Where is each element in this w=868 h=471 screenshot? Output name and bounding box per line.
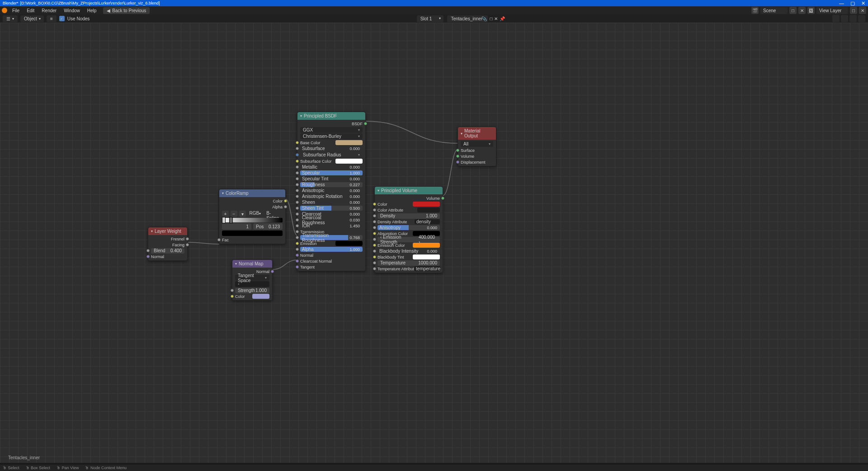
input-density[interactable]: Density1.000 (375, 213, 443, 219)
input-strength[interactable]: Strength1.000 (232, 287, 272, 293)
ramp-mode-dropdown[interactable]: RGB▾ (248, 211, 263, 217)
menu-help[interactable]: Help (84, 7, 100, 14)
minimize-button[interactable]: — (839, 0, 844, 6)
scene-icon[interactable]: 🎬 (751, 7, 759, 14)
toolbar-icon-3[interactable] (849, 15, 857, 22)
socket-out[interactable] (186, 243, 189, 246)
input-density-attribute[interactable]: Density Attribute density (375, 219, 443, 225)
ramp-interp-dropdown[interactable]: B-Spline▾ (264, 211, 283, 217)
ramp-gradient[interactable] (222, 218, 283, 222)
node-color-ramp[interactable]: ▾ ColorRamp Color Alpha + − ▾ RGB▾ B-Spl… (219, 189, 286, 244)
collapse-icon[interactable]: ▾ (151, 229, 153, 233)
close-button[interactable]: ✕ (861, 0, 865, 6)
node-layer-weight[interactable]: ▾ Layer Weight Fresnel Facing Blend0.400… (148, 227, 188, 261)
input-base-color[interactable]: Base Color (297, 140, 365, 146)
ramp-stop-pos[interactable]: Pos0.123 (253, 223, 283, 230)
input-blackbody-tint[interactable]: Blackbody Tint (375, 254, 443, 260)
socket-out[interactable] (284, 199, 287, 203)
node-header[interactable]: ▾ Principled Volume (375, 187, 443, 194)
emission-swatch[interactable] (335, 241, 363, 246)
use-nodes-checkbox[interactable]: ✓ (59, 16, 65, 21)
input-subsurface[interactable]: Subsurface0.000 (297, 146, 365, 151)
collapse-icon[interactable]: ▾ (300, 114, 302, 118)
input-metallic[interactable]: Metallic0.000 (297, 164, 365, 170)
scene-new-button[interactable]: □ (789, 7, 797, 14)
collapse-icon[interactable]: ▾ (222, 191, 224, 195)
socket-out[interactable] (284, 205, 287, 208)
ramp-stop-index[interactable]: 1 (222, 223, 251, 230)
slot-dropdown[interactable]: Slot 1 ▾ (417, 15, 444, 22)
node-header[interactable]: ▾ ColorRamp (219, 189, 285, 197)
input-anisotropic-rotation[interactable]: Anisotropic Rotation0.000 (297, 193, 365, 199)
input-subsurface-color[interactable]: Subsurface Color (297, 158, 365, 164)
subsurface-color-swatch[interactable] (335, 159, 363, 164)
input-subsurface-radius[interactable]: Subsurface Radius▾ (300, 152, 363, 158)
input-anisotropic[interactable]: Anisotropic0.000 (297, 188, 365, 193)
menu-edit[interactable]: Edit (24, 7, 38, 14)
input-blackbody-intensity[interactable]: Blackbody Intensity0.000 (375, 248, 443, 254)
input-color[interactable]: Color (375, 201, 443, 207)
input-temperature[interactable]: Temperature1000.000 (375, 260, 443, 266)
input-clearcoat-roughness[interactable]: Clearcoat Roughness0.030 (297, 217, 365, 223)
material-pin-button[interactable]: 📌 (500, 16, 505, 21)
target-dropdown[interactable]: All▾ (461, 141, 493, 147)
input-anisotropy[interactable]: Anisotropy0.000 (375, 225, 443, 231)
socket-in[interactable] (231, 289, 234, 292)
toolbar-icon-1[interactable] (832, 15, 840, 22)
maximize-button[interactable]: ▢ (850, 0, 855, 6)
node-header[interactable]: ▾ Layer Weight (148, 227, 187, 235)
viewlayer-input[interactable] (816, 7, 848, 14)
scene-input[interactable] (760, 7, 788, 14)
socket-in[interactable] (231, 295, 234, 298)
input-specular-tint[interactable]: Specular Tint0.000 (297, 176, 365, 182)
node-normal-map[interactable]: ▾ Normal Map Normal Tangent Space▾ • Str… (232, 259, 273, 301)
node-principled-bsdf[interactable]: ▾ Principled BSDF BSDF GGX▾ Christensen-… (297, 112, 366, 271)
socket-out[interactable] (186, 237, 189, 240)
input-color-attribute[interactable]: Color Attribute (375, 207, 443, 213)
menu-window[interactable]: Window (61, 7, 83, 14)
ramp-tools-dropdown[interactable]: ▾ (239, 211, 246, 217)
base-color-swatch[interactable] (335, 140, 363, 145)
node-header[interactable]: ▾ Principled BSDF (297, 112, 365, 120)
material-new-button[interactable]: □ (490, 16, 492, 21)
node-editor-canvas[interactable]: ▾ Layer Weight Fresnel Facing Blend0.400… (0, 23, 868, 463)
back-to-previous-button[interactable]: ◀ Back to Previous (103, 7, 150, 14)
input-temperature-attribute[interactable]: Temperature Attribut temperature (375, 266, 443, 272)
node-header[interactable]: ▾ Material Output (458, 127, 496, 140)
input-blend[interactable]: Blend0.400 (148, 248, 187, 254)
toolbar-icon-2[interactable] (841, 15, 848, 22)
input-transmission-roughness[interactable]: Transmission Roughness0.768 (297, 235, 365, 240)
input-sheen-tint[interactable]: Sheen Tint0.500 (297, 205, 365, 211)
socket-in[interactable] (146, 249, 150, 252)
input-ior[interactable]: IOR1.450 (297, 223, 365, 229)
ramp-stop-1[interactable] (229, 217, 233, 223)
vol-color-swatch[interactable] (413, 202, 440, 207)
input-roughness[interactable]: Roughness0.227 (297, 182, 365, 188)
color-swatch[interactable] (252, 294, 269, 299)
space-dropdown[interactable]: Tangent Space▾ (235, 275, 269, 281)
input-sheen[interactable]: Sheen0.000 (297, 199, 365, 205)
toolbar-icon-4[interactable] (858, 15, 865, 22)
ramp-stop-color[interactable] (222, 231, 283, 236)
ramp-stop-0[interactable] (222, 217, 226, 223)
input-alpha[interactable]: Alpha1.000 (297, 246, 365, 252)
material-pin-icon[interactable]: 📎 (481, 16, 487, 21)
view-menu[interactable]: ≡ (47, 15, 57, 22)
input-emission[interactable]: Emission (297, 240, 365, 246)
ramp-del-stop[interactable]: − (231, 211, 237, 217)
editor-type-dropdown[interactable]: ☰▾ (3, 15, 18, 22)
socket-out[interactable] (364, 122, 367, 125)
sss-method-dropdown[interactable]: Christensen-Burley▾ (300, 133, 363, 139)
input-color[interactable]: Color (232, 293, 272, 299)
socket-out[interactable] (271, 270, 274, 273)
input-emission-strength[interactable]: ‹ Emission Strength400.000 › (375, 236, 443, 242)
ramp-add-stop[interactable]: + (222, 211, 229, 217)
socket-in[interactable] (146, 255, 150, 258)
scene-delete-button[interactable]: ✕ (798, 7, 806, 14)
input-emission-color[interactable]: Emission Color (375, 242, 443, 248)
collapse-icon[interactable]: ▾ (461, 132, 462, 136)
node-principled-volume[interactable]: ▾ Principled Volume Volume Color Color A… (374, 186, 443, 273)
mode-dropdown[interactable]: Object▾ (20, 15, 44, 22)
input-specular[interactable]: Specular1.000 (297, 170, 365, 176)
viewlayer-icon[interactable]: 🖼 (807, 7, 815, 14)
